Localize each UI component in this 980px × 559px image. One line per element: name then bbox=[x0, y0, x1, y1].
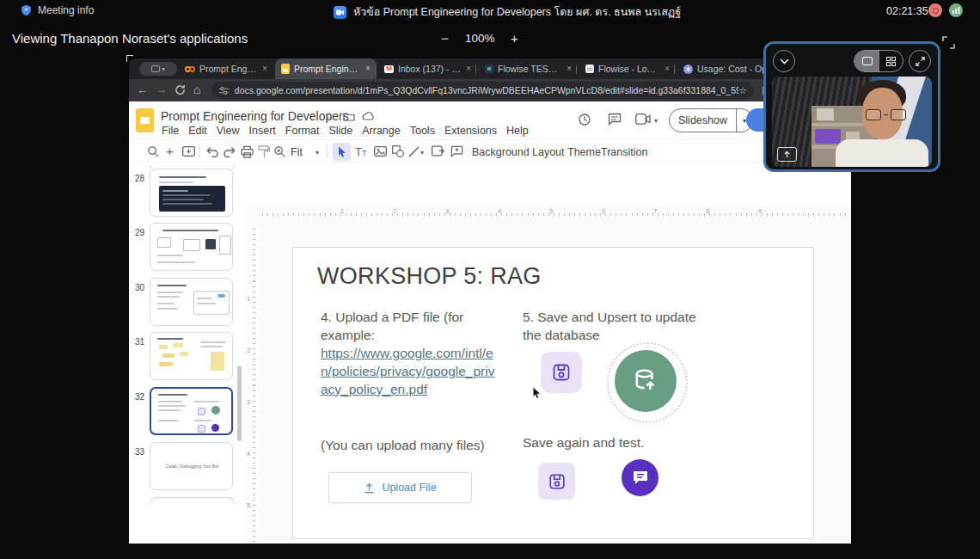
view-mode-toggle[interactable] bbox=[854, 50, 903, 72]
menu-view[interactable]: View bbox=[217, 125, 240, 137]
redo-icon[interactable] bbox=[224, 145, 236, 157]
transition-button[interactable]: Transition bbox=[601, 146, 647, 158]
gallery-view-button[interactable] bbox=[879, 57, 903, 66]
slide-32-thumbnail-selected[interactable] bbox=[150, 387, 233, 435]
add-comment-icon[interactable] bbox=[450, 145, 463, 157]
insert-shape-icon[interactable] bbox=[392, 145, 404, 157]
save-again-textbox[interactable]: Save again and test. bbox=[523, 433, 644, 452]
new-slide-layout-icon[interactable] bbox=[182, 146, 195, 157]
expand-corner-icon[interactable] bbox=[942, 36, 955, 49]
person-torso bbox=[836, 139, 928, 167]
tab-search-button[interactable]: ▾ bbox=[139, 62, 177, 76]
tab-colab[interactable]: Prompt Engineering × bbox=[179, 58, 273, 79]
site-settings-icon[interactable] bbox=[219, 86, 229, 95]
menu-format[interactable]: Format bbox=[285, 125, 320, 137]
step4-textbox[interactable]: 4. Upload a PDF file (for example: https… bbox=[321, 308, 505, 398]
zoom-level[interactable]: 100% bbox=[465, 32, 495, 45]
url-bar[interactable]: docs.google.com/presentation/d/1mPs_Q3Qd… bbox=[211, 82, 754, 99]
meeting-info-label: Meeting info bbox=[38, 4, 94, 16]
minimize-video-button[interactable] bbox=[773, 50, 795, 72]
menu-edit[interactable]: Edit bbox=[188, 125, 207, 137]
zoom-in-icon[interactable] bbox=[273, 145, 286, 158]
doc-title[interactable]: Prompt Engineering for Developers bbox=[161, 109, 349, 123]
viewing-label: Viewing Thanapon Noraset's applications bbox=[12, 31, 248, 46]
home-icon[interactable]: ⌂ bbox=[193, 83, 200, 95]
tab-flowise-rag[interactable]: Flowise TEST RAG - × bbox=[479, 58, 578, 79]
insert-placeholder-icon[interactable] bbox=[432, 145, 444, 157]
move-folder-icon[interactable] bbox=[343, 112, 355, 121]
camera-dropdown-caret[interactable]: ▾ bbox=[654, 117, 658, 125]
forward-icon[interactable]: → bbox=[156, 84, 167, 95]
zoom-in-button[interactable]: + bbox=[511, 31, 518, 46]
zoom-out-button[interactable]: − bbox=[441, 31, 449, 46]
meet-camera-icon[interactable] bbox=[635, 114, 651, 125]
menu-arrange[interactable]: Arrange bbox=[362, 125, 400, 137]
upsert-database-circle[interactable] bbox=[615, 350, 677, 412]
slide-canvas-area: 1 2 3 4 5 6 7 8 9 1 2 3 4 5 bbox=[245, 206, 851, 544]
tab-gmail[interactable]: M Inbox (137) - nor.tha × bbox=[378, 58, 477, 79]
theme-button[interactable]: Theme bbox=[567, 146, 601, 158]
print-icon[interactable] bbox=[241, 145, 254, 158]
tab-close-icon[interactable]: × bbox=[567, 64, 572, 73]
select-tool-button[interactable] bbox=[333, 143, 351, 161]
menu-extensions[interactable]: Extensions bbox=[444, 125, 497, 137]
paint-format-icon[interactable] bbox=[258, 145, 270, 158]
menu-insert[interactable]: Insert bbox=[249, 125, 276, 137]
upload-note-textbox[interactable]: (You can upload many files) bbox=[321, 436, 485, 454]
version-history-icon[interactable] bbox=[578, 113, 591, 126]
back-icon[interactable]: ← bbox=[137, 84, 148, 95]
meeting-info-button[interactable]: Meeting info bbox=[21, 4, 94, 16]
tab-close-icon[interactable]: × bbox=[466, 64, 471, 73]
menu-slide[interactable]: Slide bbox=[328, 125, 352, 137]
recording-indicator-icon[interactable] bbox=[928, 3, 942, 17]
person-glasses bbox=[866, 109, 906, 120]
tab-slides-active[interactable]: Prompt Engineering | × bbox=[275, 58, 377, 79]
slide-page[interactable]: WORKSHOP 5: RAG 4. Upload a PDF file (fo… bbox=[292, 247, 814, 539]
fit-dropdown-caret[interactable]: ▾ bbox=[315, 149, 319, 157]
new-slide-plus-icon[interactable]: + bbox=[166, 144, 174, 158]
slide-title-textbox[interactable]: WORKSHOP 5: RAG bbox=[317, 263, 542, 290]
menu-tools[interactable]: Tools bbox=[410, 125, 435, 137]
chat-test-circle[interactable] bbox=[622, 459, 658, 496]
slide-34-thumbnail-partial[interactable] bbox=[150, 497, 235, 504]
speaker-view-button[interactable] bbox=[854, 51, 879, 71]
slide-29-thumbnail[interactable] bbox=[150, 223, 233, 271]
comment-history-icon[interactable] bbox=[608, 113, 622, 126]
ruler-number: 5 bbox=[247, 501, 250, 509]
cloud-status-icon[interactable] bbox=[362, 112, 375, 120]
save-icon-tile[interactable] bbox=[541, 352, 582, 393]
slide-31-thumbnail[interactable] bbox=[150, 332, 233, 380]
layout-button[interactable]: Layout bbox=[532, 146, 565, 158]
sharing-indicator-icon[interactable] bbox=[777, 147, 797, 162]
expand-video-button[interactable] bbox=[909, 50, 931, 72]
step5-line: the database bbox=[523, 326, 720, 344]
slide-30-thumbnail[interactable] bbox=[150, 278, 233, 326]
filmstrip-scrollbar[interactable] bbox=[237, 366, 242, 441]
tab-close-icon[interactable]: × bbox=[262, 64, 267, 73]
upload-file-button-image[interactable]: Upload File bbox=[328, 472, 472, 503]
slideshow-button[interactable]: Slideshow ▾ bbox=[669, 108, 753, 132]
connection-quality-icon[interactable] bbox=[949, 3, 963, 17]
menu-file[interactable]: File bbox=[162, 125, 179, 137]
menus-search-icon[interactable] bbox=[147, 145, 160, 158]
star-doc-icon[interactable]: ☆ bbox=[325, 110, 334, 122]
menu-help[interactable]: Help bbox=[506, 125, 529, 137]
fit-zoom-select[interactable]: Fit bbox=[291, 146, 303, 158]
slide-33-thumbnail[interactable]: Colab | Debugging Your Bot bbox=[150, 442, 233, 490]
tab-close-icon[interactable]: × bbox=[365, 64, 371, 73]
insert-line-icon[interactable] bbox=[408, 146, 420, 157]
bookmark-star-icon[interactable]: ☆ bbox=[738, 85, 747, 96]
reload-icon[interactable] bbox=[175, 84, 186, 95]
undo-icon[interactable] bbox=[205, 145, 218, 157]
chat-bubble-icon bbox=[632, 470, 649, 486]
save-icon-tile-2[interactable] bbox=[538, 463, 575, 500]
text-box-icon[interactable]: TT bbox=[355, 145, 366, 158]
participant-video-window[interactable] bbox=[763, 41, 940, 172]
step5-textbox[interactable]: 5. Save and Upsert to update the databas… bbox=[523, 308, 720, 344]
slide-28-thumbnail[interactable] bbox=[150, 169, 233, 217]
background-button[interactable]: Background bbox=[472, 146, 530, 158]
line-dropdown-caret[interactable]: ▾ bbox=[420, 149, 424, 157]
tab-flowise-lowcode[interactable]: Flowise - Low-code | × bbox=[579, 58, 676, 79]
tab-close-icon[interactable]: × bbox=[665, 64, 670, 73]
insert-image-icon[interactable] bbox=[374, 146, 387, 157]
